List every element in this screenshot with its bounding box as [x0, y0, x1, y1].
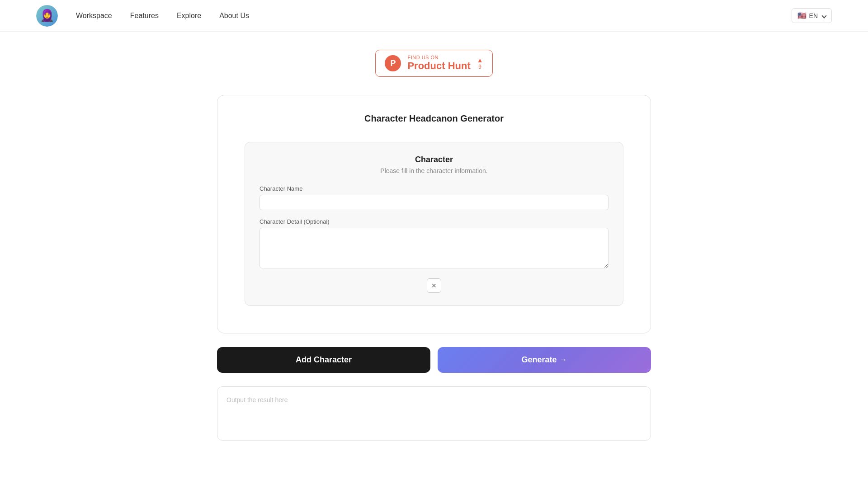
action-buttons: Add Character Generate → [217, 347, 651, 373]
character-name-input[interactable] [259, 195, 609, 210]
character-detail-textarea[interactable] [259, 228, 609, 268]
logo[interactable]: 🧕 [36, 5, 58, 27]
nav-workspace[interactable]: Workspace [76, 12, 112, 20]
generator-title: Character Headcanon Generator [245, 113, 623, 124]
chevron-down-icon [821, 13, 826, 18]
generate-button[interactable]: Generate → [438, 347, 651, 373]
character-card-title: Character [259, 155, 609, 164]
flag-icon: 🇺🇸 [797, 11, 807, 20]
generator-container: Character Headcanon Generator Character … [217, 95, 651, 333]
add-character-button[interactable]: Add Character [217, 347, 430, 373]
navbar: 🧕 Workspace Features Explore About Us 🇺🇸… [0, 0, 868, 32]
vote-arrow-icon: ▲ [477, 56, 483, 64]
remove-character-button[interactable]: ✕ [427, 278, 441, 293]
lang-code: EN [809, 12, 818, 19]
character-detail-group: Character Detail (Optional) [259, 218, 609, 270]
language-selector[interactable]: 🇺🇸 EN [792, 8, 832, 23]
logo-icon: 🧕 [36, 5, 58, 27]
product-hunt-icon: P [385, 55, 401, 71]
character-name-label: Character Name [259, 185, 609, 192]
character-name-group: Character Name [259, 185, 609, 210]
product-hunt-name: Product Hunt [407, 60, 470, 72]
find-us-label: FIND US ON [407, 55, 470, 60]
vote-count: 9 [478, 64, 481, 70]
close-icon: ✕ [431, 282, 437, 289]
output-container: Output the result here [217, 386, 651, 441]
product-hunt-vote: ▲ 9 [477, 56, 483, 70]
nav-links: Workspace Features Explore About Us [76, 12, 792, 20]
nav-explore[interactable]: Explore [177, 12, 201, 20]
nav-about-us[interactable]: About Us [219, 12, 249, 20]
main-content: P FIND US ON Product Hunt ▲ 9 Character … [0, 32, 868, 459]
nav-features[interactable]: Features [130, 12, 159, 20]
character-card-subtitle: Please fill in the character information… [259, 167, 609, 174]
remove-button-container: ✕ [259, 278, 609, 293]
product-hunt-text: FIND US ON Product Hunt [407, 55, 470, 72]
character-detail-label: Character Detail (Optional) [259, 218, 609, 225]
output-placeholder: Output the result here [226, 396, 288, 404]
product-hunt-badge[interactable]: P FIND US ON Product Hunt ▲ 9 [375, 50, 492, 77]
character-card: Character Please fill in the character i… [245, 142, 623, 306]
